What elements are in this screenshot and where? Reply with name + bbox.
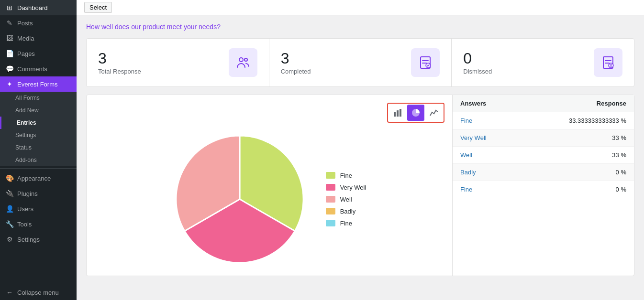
- svg-point-1: [244, 58, 247, 61]
- legend-label-3: Badly: [340, 208, 356, 215]
- table-col-answers: Answers: [460, 100, 486, 107]
- stat-number-dismissed: 0: [463, 51, 492, 66]
- legend-item-1: Very Well: [326, 184, 366, 191]
- svg-rect-8: [400, 109, 401, 117]
- legend-color-0: [326, 172, 335, 179]
- pie-chart-icon: [411, 108, 420, 117]
- table-cell-answer: Very Well: [460, 134, 487, 141]
- legend-item-3: Badly: [326, 208, 366, 215]
- table-cell-response: 33 %: [612, 134, 626, 141]
- svg-rect-6: [394, 112, 396, 117]
- sidebar-label-dashboard: Dashboard: [17, 4, 48, 11]
- pie-area: Fine Very Well Well Badly: [173, 130, 366, 268]
- completed-svg-icon: [418, 55, 433, 70]
- pages-icon: 📄: [6, 50, 13, 57]
- bar-chart-icon: [393, 108, 402, 117]
- legend-label-2: Well: [340, 196, 352, 203]
- table-col-response: Response: [597, 100, 626, 107]
- sidebar-label-media: Media: [17, 35, 34, 42]
- table-cell-response: 33 %: [612, 151, 626, 159]
- addons-label: Add-ons: [15, 157, 37, 163]
- sidebar-label-pages: Pages: [17, 50, 35, 57]
- pie-chart-button[interactable]: [407, 105, 424, 121]
- sidebar-everest-submenu: All Forms Add New Entries Settings Statu…: [0, 92, 77, 166]
- sidebar-collapse-menu[interactable]: ← Collapse menu: [0, 285, 77, 300]
- stat-text-total: 3 Total Response: [98, 51, 141, 75]
- sidebar-item-users[interactable]: 👤 Users: [0, 201, 77, 216]
- stat-text-completed: 3 Completed: [281, 51, 311, 75]
- settings-ef-label: Settings: [15, 132, 36, 139]
- entries-label: Entries: [17, 119, 36, 126]
- sidebar-item-posts[interactable]: ✎ Posts: [0, 15, 77, 31]
- sidebar-item-all-forms[interactable]: All Forms: [0, 92, 77, 104]
- plugins-label: Plugins: [17, 190, 38, 197]
- chart-legend: Fine Very Well Well Badly: [326, 172, 366, 227]
- all-forms-label: All Forms: [15, 95, 40, 101]
- stat-text-dismissed: 0 Dismissed: [463, 51, 492, 75]
- stat-icon-dismissed: [594, 48, 622, 77]
- media-icon: 🖼: [6, 34, 13, 42]
- sidebar-item-dashboard[interactable]: ⊞ Dashboard: [0, 0, 77, 15]
- collapse-label: Collapse menu: [17, 289, 59, 296]
- page-title: How well does our product meet your need…: [86, 23, 634, 31]
- legend-color-2: [326, 196, 335, 203]
- legend-color-3: [326, 208, 335, 214]
- table-cell-answer: Fine: [460, 117, 472, 124]
- line-chart-button[interactable]: [425, 105, 443, 121]
- chart-container: Fine Very Well Well Badly: [86, 95, 634, 276]
- sidebar-item-media[interactable]: 🖼 Media: [0, 31, 77, 46]
- sidebar-item-pages[interactable]: 📄 Pages: [0, 46, 77, 61]
- sidebar: ⊞ Dashboard ✎ Posts 🖼 Media 📄 Pages 💬 Co…: [0, 0, 77, 300]
- sidebar-item-addons[interactable]: Add-ons: [0, 154, 77, 166]
- sidebar-item-tools[interactable]: 🔧 Tools: [0, 216, 77, 232]
- sidebar-label-posts: Posts: [17, 20, 33, 27]
- main-content: Select How well does our product meet yo…: [77, 0, 644, 300]
- dashboard-icon: ⊞: [6, 4, 13, 11]
- add-new-label: Add New: [15, 107, 39, 114]
- sidebar-item-plugins[interactable]: 🔌 Plugins: [0, 186, 77, 201]
- content-area: How well does our product meet your need…: [77, 15, 644, 300]
- stat-number-completed: 3: [281, 51, 311, 66]
- sidebar-item-settings[interactable]: ⚙ Settings: [0, 232, 77, 247]
- sidebar-label-everest: Everest Forms: [17, 81, 58, 88]
- top-bar: Select: [77, 0, 644, 15]
- users-icon: 👤: [6, 205, 13, 213]
- comments-icon: 💬: [6, 65, 13, 73]
- sidebar-item-everest-forms[interactable]: ✦ Everest Forms: [0, 76, 77, 92]
- users-svg-icon: [235, 55, 251, 70]
- legend-item-0: Fine: [326, 172, 366, 179]
- sidebar-item-status[interactable]: Status: [0, 141, 77, 154]
- table-cell-response: 0 %: [616, 169, 626, 176]
- stat-card-total-response: 3 Total Response: [87, 39, 269, 86]
- pie-chart-svg: [173, 132, 307, 266]
- legend-color-4: [326, 220, 335, 226]
- settings-label: Settings: [17, 236, 40, 243]
- table-cell-response: 33.333333333333 %: [569, 117, 626, 124]
- sidebar-item-settings-ef[interactable]: Settings: [0, 129, 77, 141]
- select-button[interactable]: Select: [84, 2, 112, 13]
- stats-row: 3 Total Response 3 Completed: [86, 38, 634, 87]
- chart-right: Answers Response Fine33.333333333333 %Ve…: [452, 95, 634, 276]
- chart-left: Fine Very Well Well Badly: [87, 95, 452, 276]
- appearance-icon: 🎨: [6, 174, 13, 182]
- sidebar-item-appearance[interactable]: 🎨 Appearance: [0, 171, 77, 186]
- sidebar-item-comments[interactable]: 💬 Comments: [0, 61, 77, 76]
- table-row: Very Well33 %: [453, 129, 634, 147]
- stat-card-dismissed: 0 Dismissed: [452, 39, 634, 86]
- status-label: Status: [15, 144, 32, 151]
- stat-label-completed: Completed: [281, 68, 311, 75]
- table-row: Fine0 %: [453, 181, 634, 198]
- legend-label-0: Fine: [340, 172, 352, 179]
- stat-label-dismissed: Dismissed: [463, 68, 492, 75]
- stat-icon-completed: [411, 48, 440, 77]
- table-row: Fine33.333333333333 %: [453, 112, 634, 129]
- table-body: Fine33.333333333333 %Very Well33 %Well33…: [453, 112, 634, 198]
- table-cell-answer: Well: [460, 151, 472, 159]
- bar-chart-button[interactable]: [389, 105, 406, 121]
- sidebar-item-add-new[interactable]: Add New: [0, 104, 77, 117]
- sidebar-item-entries[interactable]: Entries: [0, 117, 77, 129]
- line-chart-icon: [430, 108, 438, 117]
- stat-number-total: 3: [98, 51, 141, 66]
- table-header: Answers Response: [453, 95, 634, 112]
- stat-card-completed: 3 Completed: [269, 39, 452, 86]
